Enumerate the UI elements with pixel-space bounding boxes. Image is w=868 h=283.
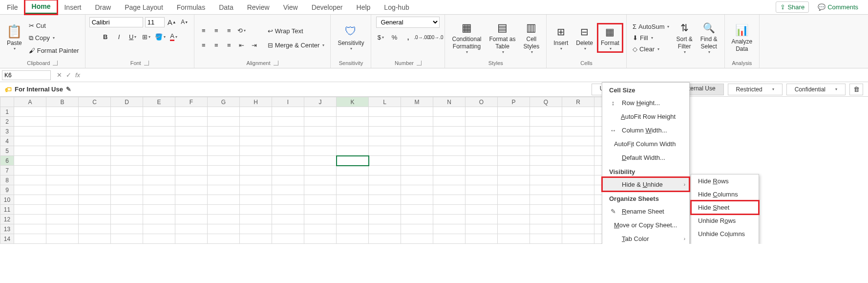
cell[interactable] bbox=[498, 127, 530, 136]
cell[interactable] bbox=[111, 166, 143, 175]
cell[interactable] bbox=[208, 136, 240, 146]
cell[interactable] bbox=[337, 175, 369, 185]
cell[interactable] bbox=[208, 146, 240, 156]
underline-button[interactable]: U▾ bbox=[127, 31, 138, 42]
cell[interactable] bbox=[143, 224, 175, 234]
delete-cells-button[interactable]: ⊟Delete▾ bbox=[573, 24, 596, 52]
cell[interactable] bbox=[175, 224, 208, 234]
cell[interactable] bbox=[143, 215, 175, 224]
column-header[interactable]: E bbox=[143, 97, 175, 107]
cell[interactable] bbox=[79, 107, 111, 117]
cell[interactable] bbox=[111, 146, 143, 156]
cell[interactable] bbox=[240, 224, 272, 234]
cell[interactable] bbox=[240, 195, 272, 205]
cell[interactable] bbox=[111, 127, 143, 136]
menu-hide-unhide[interactable]: Hide & Unhide› bbox=[602, 177, 689, 191]
cell[interactable] bbox=[240, 127, 272, 136]
cell[interactable] bbox=[46, 146, 79, 156]
cancel-formula-icon[interactable]: ✕ bbox=[57, 71, 62, 79]
increase-decimal-button[interactable]: .0→.00 bbox=[416, 32, 427, 43]
cell[interactable] bbox=[111, 195, 143, 205]
cell[interactable] bbox=[304, 215, 337, 224]
cell[interactable] bbox=[530, 107, 562, 117]
cell[interactable] bbox=[272, 205, 304, 215]
align-top-button[interactable]: ≡ bbox=[198, 25, 209, 36]
analyze-data-button[interactable]: 📊Analyze Data bbox=[729, 22, 756, 53]
cell[interactable] bbox=[498, 166, 530, 175]
menu-move-copy[interactable]: Move or Copy Sheet... bbox=[602, 218, 689, 232]
cell[interactable] bbox=[14, 175, 46, 185]
cell[interactable] bbox=[143, 166, 175, 175]
cell[interactable] bbox=[304, 107, 337, 117]
cell[interactable] bbox=[369, 107, 401, 117]
decrease-indent-button[interactable]: ⇤ bbox=[236, 40, 247, 51]
worksheet-grid[interactable]: ABCDEFGHIJKLMNOPQRVW1234567891011121314 … bbox=[0, 97, 868, 244]
column-header[interactable]: Q bbox=[530, 97, 562, 107]
cell[interactable] bbox=[46, 136, 79, 146]
cell[interactable] bbox=[401, 117, 433, 127]
cell[interactable] bbox=[46, 185, 79, 195]
cell[interactable] bbox=[175, 195, 208, 205]
format-as-table-button[interactable]: ▤Format as Table▾ bbox=[487, 20, 519, 55]
cell[interactable] bbox=[111, 224, 143, 234]
cell[interactable] bbox=[304, 224, 337, 234]
row-header[interactable]: 6 bbox=[0, 156, 14, 166]
cell[interactable] bbox=[14, 127, 46, 136]
align-middle-button[interactable]: ≡ bbox=[211, 25, 222, 36]
cell[interactable] bbox=[498, 107, 530, 117]
cell[interactable] bbox=[143, 146, 175, 156]
row-header[interactable]: 7 bbox=[0, 166, 14, 175]
cell[interactable] bbox=[562, 234, 594, 244]
fill-button[interactable]: ⬇Fill▾ bbox=[631, 33, 672, 43]
cell[interactable] bbox=[79, 224, 111, 234]
row-header[interactable]: 8 bbox=[0, 175, 14, 185]
cell[interactable] bbox=[562, 205, 594, 215]
column-header[interactable]: H bbox=[240, 97, 272, 107]
cell[interactable] bbox=[143, 107, 175, 117]
cell[interactable] bbox=[337, 166, 369, 175]
row-header[interactable]: 12 bbox=[0, 215, 14, 224]
cell[interactable] bbox=[14, 146, 46, 156]
fx-icon[interactable]: fx bbox=[75, 71, 80, 79]
cell-styles-button[interactable]: ▥Cell Styles▾ bbox=[521, 20, 543, 55]
cell[interactable] bbox=[175, 156, 208, 166]
cell[interactable] bbox=[562, 224, 594, 234]
cell[interactable] bbox=[79, 156, 111, 166]
cell[interactable] bbox=[433, 107, 466, 117]
cell[interactable] bbox=[369, 215, 401, 224]
clear-button[interactable]: ◇Clear▾ bbox=[631, 44, 672, 54]
cell[interactable] bbox=[240, 205, 272, 215]
cell[interactable] bbox=[369, 205, 401, 215]
cell[interactable] bbox=[498, 195, 530, 205]
cell[interactable] bbox=[46, 175, 79, 185]
menu-row-height[interactable]: ↕Row Height... bbox=[602, 96, 689, 109]
cell[interactable] bbox=[79, 146, 111, 156]
cell[interactable] bbox=[79, 117, 111, 127]
cell[interactable] bbox=[562, 117, 594, 127]
cell[interactable] bbox=[562, 107, 594, 117]
cell[interactable] bbox=[79, 175, 111, 185]
tab-home[interactable]: Home bbox=[25, 0, 58, 14]
cell[interactable] bbox=[369, 195, 401, 205]
share-button[interactable]: ⇪Share bbox=[776, 1, 809, 13]
cell[interactable] bbox=[46, 234, 79, 244]
cell[interactable] bbox=[401, 234, 433, 244]
cell[interactable] bbox=[143, 175, 175, 185]
conditional-formatting-button[interactable]: ▦Conditional Formatting▾ bbox=[449, 20, 484, 55]
cell[interactable] bbox=[498, 185, 530, 195]
cell[interactable] bbox=[111, 136, 143, 146]
wrap-text-button[interactable]: ↩Wrap Text bbox=[266, 26, 327, 36]
formula-input[interactable] bbox=[84, 68, 868, 82]
cell[interactable] bbox=[530, 224, 562, 234]
menu-default-width[interactable]: Default Width... bbox=[602, 151, 689, 164]
cell[interactable] bbox=[272, 136, 304, 146]
cell[interactable] bbox=[401, 224, 433, 234]
italic-button[interactable]: I bbox=[114, 31, 125, 42]
cell[interactable] bbox=[304, 175, 337, 185]
cell[interactable] bbox=[401, 185, 433, 195]
format-painter-button[interactable]: 🖌Format Painter bbox=[27, 46, 81, 55]
menu-rename-sheet[interactable]: ✎Rename Sheet bbox=[602, 204, 689, 218]
cell[interactable] bbox=[401, 156, 433, 166]
cell[interactable] bbox=[337, 234, 369, 244]
cell[interactable] bbox=[272, 107, 304, 117]
